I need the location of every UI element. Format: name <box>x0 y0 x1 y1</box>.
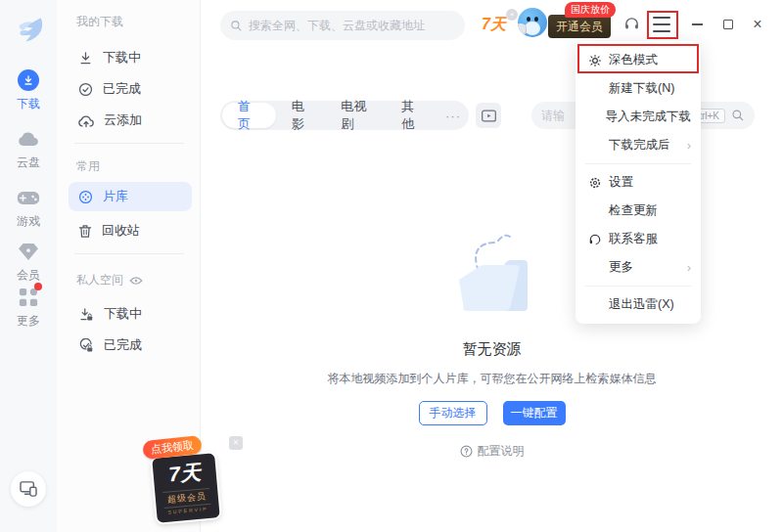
menu-item-label: 深色模式 <box>609 52 691 68</box>
section-header-common: 常用 <box>76 158 100 175</box>
section-header-label: 私人空间 <box>76 272 123 288</box>
rail-label: 游戏 <box>17 213 40 230</box>
trial-days-label[interactable]: 7天 <box>482 15 506 35</box>
panel-item-cloud-add[interactable]: 云添加 <box>69 106 192 135</box>
main-dropdown-menu: 深色模式 新建下载(N) 导入未完成下载 下载完成后 › 设置 检查更新 联系客… <box>576 41 701 324</box>
manual-select-button[interactable]: 手动选择 <box>419 401 487 425</box>
search-icon <box>230 20 243 32</box>
empty-title: 暂无资源 <box>463 340 522 359</box>
download-icon <box>78 51 93 66</box>
headset-icon <box>587 232 603 247</box>
menu-divider <box>585 286 691 287</box>
trial-close-icon[interactable]: × <box>506 9 518 21</box>
menu-item-label: 联系客服 <box>609 231 691 247</box>
eye-icon[interactable] <box>129 276 143 286</box>
menu-item-new-download[interactable]: 新建下载(N) <box>576 74 701 103</box>
left-rail: 下载 云盘 游戏 会员 更多 <box>0 0 57 532</box>
xunlei-window: 下载 云盘 游戏 会员 更多 <box>0 0 783 532</box>
notification-dot <box>34 283 42 290</box>
menu-item-label: 导入未完成下载 <box>606 109 692 125</box>
download-circle-icon <box>17 68 40 92</box>
rail-label: 更多 <box>17 313 40 330</box>
menu-item-contact-support[interactable]: 联系客服 <box>576 225 701 253</box>
tab-home[interactable]: 首页 <box>222 103 276 128</box>
promo-card[interactable]: 7天 超级会员 SUPERVIP <box>152 453 220 522</box>
main-menu-button[interactable] <box>653 17 670 32</box>
menu-divider <box>585 163 691 164</box>
grid-more-icon <box>17 286 40 309</box>
rail-item-cloud-drive[interactable]: 云盘 <box>0 127 57 171</box>
avatar-belly <box>525 22 540 35</box>
menu-item-label: 设置 <box>609 174 691 191</box>
diamond-icon <box>17 240 40 263</box>
global-search-input[interactable] <box>249 19 455 32</box>
menu-item-after-download[interactable]: 下载完成后 › <box>576 131 701 159</box>
avatar-eye <box>527 17 530 22</box>
rail-label: 云盘 <box>17 155 40 171</box>
minimize-button[interactable] <box>686 14 708 35</box>
rail-label: 会员 <box>17 267 40 284</box>
panel-item-private-downloading[interactable]: 下载中 <box>69 299 192 329</box>
download-lock-icon <box>78 307 94 322</box>
check-circle-icon <box>78 82 93 97</box>
panel-item-label: 云添加 <box>104 111 142 129</box>
user-avatar[interactable] <box>518 8 547 37</box>
rail-item-games[interactable]: 游戏 <box>0 186 57 230</box>
chevron-right-icon: › <box>687 138 691 153</box>
panel-item-film-library[interactable]: 片库 <box>69 182 192 211</box>
open-vip-button[interactable]: 开通会员 <box>548 15 611 38</box>
menu-item-label: 检查更新 <box>609 202 691 219</box>
panel-item-private-completed[interactable]: 已完成 <box>69 331 192 360</box>
tab-tv[interactable]: 电视剧 <box>327 101 388 130</box>
maximize-button[interactable] <box>717 14 739 35</box>
app-logo-icon <box>12 12 47 47</box>
category-tabs: 首页 电影 电视剧 其他 ··· <box>220 101 469 130</box>
rail-item-vip[interactable]: 会员 <box>0 240 57 284</box>
tab-other[interactable]: 其他 <box>388 101 438 130</box>
film-reel-icon <box>78 190 93 204</box>
gear-icon <box>587 175 603 191</box>
panel-item-downloading[interactable]: 下载中 <box>69 43 192 72</box>
menu-item-import-unfinished[interactable]: 导入未完成下载 <box>576 103 701 131</box>
config-help-link[interactable]: 配置说明 <box>460 443 525 460</box>
gamepad-icon <box>17 186 40 209</box>
rail-item-more[interactable]: 更多 <box>0 286 57 330</box>
panel-item-completed[interactable]: 已完成 <box>69 74 192 104</box>
rail-item-download[interactable]: 下载 <box>0 68 57 112</box>
panel-item-label: 下载中 <box>103 49 141 66</box>
menu-item-exit[interactable]: 退出迅雷(X) <box>576 290 701 319</box>
panel-item-recycle-bin[interactable]: 回收站 <box>69 216 192 245</box>
sun-icon <box>587 53 603 68</box>
menu-item-more[interactable]: 更多 › <box>576 253 701 282</box>
tab-movies[interactable]: 电影 <box>278 101 328 130</box>
menu-item-label: 退出迅雷(X) <box>609 296 691 313</box>
divider <box>74 143 184 144</box>
question-circle-icon <box>460 445 473 458</box>
config-help-label: 配置说明 <box>478 443 525 460</box>
menu-item-dark-mode[interactable]: 深色模式 <box>576 46 701 74</box>
panel-item-label: 已完成 <box>103 80 141 98</box>
panel-item-label: 已完成 <box>104 336 142 354</box>
global-search[interactable] <box>220 11 465 40</box>
avatar-wing <box>518 23 527 35</box>
panel-item-label: 下载中 <box>104 305 142 323</box>
mini-player-button[interactable] <box>476 103 501 128</box>
remote-device-button[interactable] <box>11 471 46 507</box>
section-header-private-space: 私人空间 <box>76 272 143 288</box>
check-lock-icon <box>78 338 94 353</box>
chevron-right-icon: › <box>687 260 691 275</box>
menu-item-settings[interactable]: 设置 <box>576 168 701 197</box>
close-button[interactable]: × <box>747 14 768 35</box>
cloud-upload-icon <box>78 113 94 128</box>
menu-item-check-update[interactable]: 检查更新 <box>576 197 701 225</box>
empty-folder-illustration <box>443 225 541 319</box>
support-headset-icon[interactable] <box>623 16 640 32</box>
menu-item-label: 新建下载(N) <box>609 80 691 97</box>
one-click-config-button[interactable]: 一键配置 <box>503 401 566 425</box>
device-icon <box>20 481 37 497</box>
rail-label: 下载 <box>17 96 40 112</box>
tabs-more-button[interactable]: ··· <box>438 109 469 123</box>
panel-item-label: 回收站 <box>102 222 140 240</box>
vip-promo-badge: 国庆放价 <box>565 2 616 18</box>
avatar-eye <box>534 17 538 22</box>
